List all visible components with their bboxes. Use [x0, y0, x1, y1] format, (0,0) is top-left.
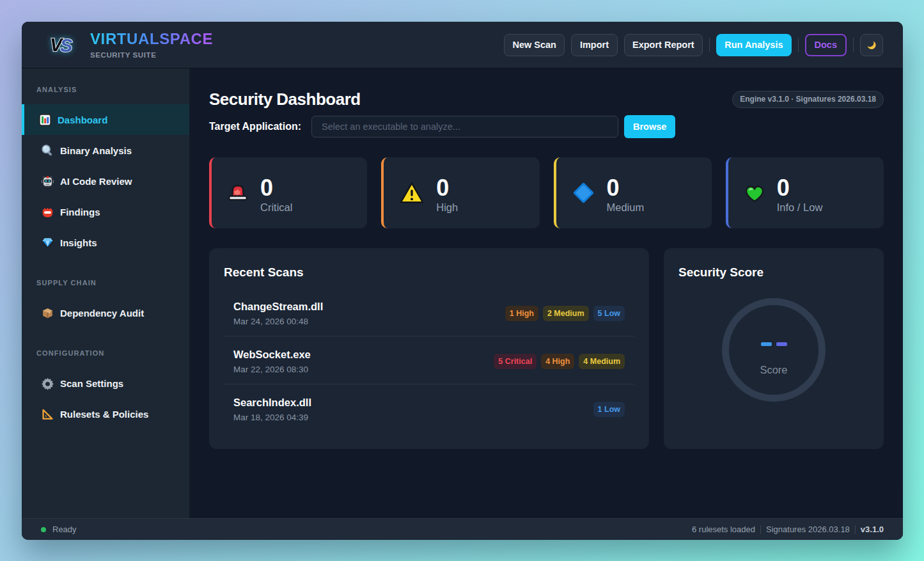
svg-text:S: S [60, 35, 73, 55]
